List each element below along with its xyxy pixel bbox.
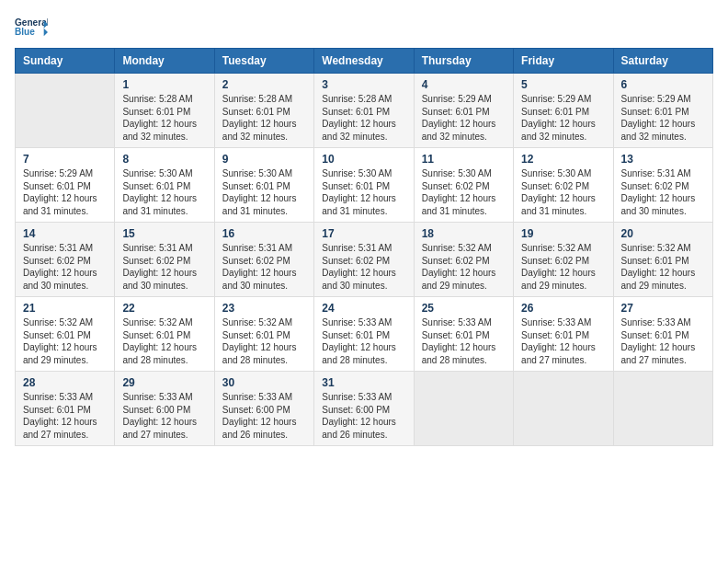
calendar-cell (414, 372, 513, 446)
day-info: Sunrise: 5:32 AMSunset: 6:01 PMDaylight:… (621, 242, 705, 292)
day-number: 15 (122, 227, 206, 240)
day-info: Sunrise: 5:31 AMSunset: 6:02 PMDaylight:… (122, 242, 206, 292)
day-number: 1 (122, 78, 206, 91)
day-number: 7 (23, 153, 107, 166)
day-number: 11 (422, 153, 506, 166)
day-number: 16 (222, 227, 306, 240)
calendar-cell: 26Sunrise: 5:33 AMSunset: 6:01 PMDayligh… (514, 297, 613, 372)
day-info: Sunrise: 5:32 AMSunset: 6:01 PMDaylight:… (122, 316, 206, 366)
week-row: 28Sunrise: 5:33 AMSunset: 6:01 PMDayligh… (16, 372, 713, 446)
calendar-cell: 2Sunrise: 5:28 AMSunset: 6:01 PMDaylight… (214, 74, 313, 148)
day-number: 22 (122, 302, 206, 315)
calendar-cell: 17Sunrise: 5:31 AMSunset: 6:02 PMDayligh… (314, 223, 414, 297)
calendar-cell: 15Sunrise: 5:31 AMSunset: 6:02 PMDayligh… (115, 223, 214, 297)
weekday-header-row: SundayMondayTuesdayWednesdayThursdayFrid… (16, 49, 713, 74)
day-number: 27 (621, 302, 705, 315)
day-info: Sunrise: 5:28 AMSunset: 6:01 PMDaylight:… (322, 93, 405, 143)
day-info: Sunrise: 5:30 AMSunset: 6:01 PMDaylight:… (222, 167, 306, 217)
header: General Blue (15, 15, 713, 40)
calendar-cell: 7Sunrise: 5:29 AMSunset: 6:01 PMDaylight… (16, 148, 115, 223)
day-number: 10 (322, 153, 405, 166)
logo: General Blue (15, 15, 48, 40)
day-number: 23 (222, 302, 306, 315)
day-info: Sunrise: 5:30 AMSunset: 6:02 PMDaylight:… (422, 167, 506, 217)
day-number: 20 (621, 227, 705, 240)
day-info: Sunrise: 5:31 AMSunset: 6:02 PMDaylight:… (322, 242, 405, 292)
day-info: Sunrise: 5:31 AMSunset: 6:02 PMDaylight:… (23, 242, 107, 292)
day-number: 26 (521, 302, 605, 315)
calendar-cell: 23Sunrise: 5:32 AMSunset: 6:01 PMDayligh… (214, 297, 313, 372)
day-info: Sunrise: 5:32 AMSunset: 6:01 PMDaylight:… (222, 316, 306, 366)
week-row: 1Sunrise: 5:28 AMSunset: 6:01 PMDaylight… (16, 74, 713, 148)
weekday-header-wednesday: Wednesday (314, 49, 414, 74)
svg-text:General: General (15, 17, 48, 28)
calendar-cell: 11Sunrise: 5:30 AMSunset: 6:02 PMDayligh… (414, 148, 513, 223)
day-number: 6 (621, 78, 705, 91)
day-number: 17 (322, 227, 405, 240)
day-info: Sunrise: 5:29 AMSunset: 6:01 PMDaylight:… (521, 93, 605, 143)
weekday-header-monday: Monday (115, 49, 214, 74)
day-info: Sunrise: 5:33 AMSunset: 6:01 PMDaylight:… (322, 316, 405, 366)
day-number: 24 (322, 302, 405, 315)
day-info: Sunrise: 5:31 AMSunset: 6:02 PMDaylight:… (621, 167, 705, 217)
day-number: 3 (322, 78, 405, 91)
day-info: Sunrise: 5:29 AMSunset: 6:01 PMDaylight:… (422, 93, 506, 143)
day-info: Sunrise: 5:29 AMSunset: 6:01 PMDaylight:… (23, 167, 107, 217)
day-info: Sunrise: 5:33 AMSunset: 6:01 PMDaylight:… (23, 391, 107, 441)
calendar-cell: 25Sunrise: 5:33 AMSunset: 6:01 PMDayligh… (414, 297, 513, 372)
week-row: 21Sunrise: 5:32 AMSunset: 6:01 PMDayligh… (16, 297, 713, 372)
day-info: Sunrise: 5:31 AMSunset: 6:02 PMDaylight:… (222, 242, 306, 292)
day-number: 9 (222, 153, 306, 166)
calendar-cell: 3Sunrise: 5:28 AMSunset: 6:01 PMDaylight… (314, 74, 414, 148)
day-info: Sunrise: 5:32 AMSunset: 6:01 PMDaylight:… (23, 316, 107, 366)
calendar-cell: 8Sunrise: 5:30 AMSunset: 6:01 PMDaylight… (115, 148, 214, 223)
day-info: Sunrise: 5:32 AMSunset: 6:02 PMDaylight:… (422, 242, 506, 292)
calendar-cell: 30Sunrise: 5:33 AMSunset: 6:00 PMDayligh… (214, 372, 313, 446)
calendar-cell: 13Sunrise: 5:31 AMSunset: 6:02 PMDayligh… (613, 148, 712, 223)
calendar-cell: 6Sunrise: 5:29 AMSunset: 6:01 PMDaylight… (613, 74, 712, 148)
calendar-cell (514, 372, 613, 446)
calendar-cell: 27Sunrise: 5:33 AMSunset: 6:01 PMDayligh… (613, 297, 712, 372)
calendar-cell: 28Sunrise: 5:33 AMSunset: 6:01 PMDayligh… (16, 372, 115, 446)
svg-text:Blue: Blue (15, 27, 35, 37)
weekday-header-thursday: Thursday (414, 49, 513, 74)
day-number: 21 (23, 302, 107, 315)
day-number: 28 (23, 376, 107, 389)
week-row: 14Sunrise: 5:31 AMSunset: 6:02 PMDayligh… (16, 223, 713, 297)
day-number: 8 (122, 153, 206, 166)
week-row: 7Sunrise: 5:29 AMSunset: 6:01 PMDaylight… (16, 148, 713, 223)
weekday-header-friday: Friday (514, 49, 613, 74)
calendar-table: SundayMondayTuesdayWednesdayThursdayFrid… (15, 48, 713, 446)
day-number: 30 (222, 376, 306, 389)
day-number: 25 (422, 302, 506, 315)
day-info: Sunrise: 5:28 AMSunset: 6:01 PMDaylight:… (222, 93, 306, 143)
calendar-cell: 19Sunrise: 5:32 AMSunset: 6:02 PMDayligh… (514, 223, 613, 297)
day-number: 13 (621, 153, 705, 166)
day-number: 12 (521, 153, 605, 166)
day-number: 2 (222, 78, 306, 91)
calendar-cell (613, 372, 712, 446)
weekday-header-saturday: Saturday (613, 49, 712, 74)
calendar-cell: 22Sunrise: 5:32 AMSunset: 6:01 PMDayligh… (115, 297, 214, 372)
day-info: Sunrise: 5:30 AMSunset: 6:01 PMDaylight:… (322, 167, 405, 217)
day-info: Sunrise: 5:33 AMSunset: 6:01 PMDaylight:… (521, 316, 605, 366)
day-number: 19 (521, 227, 605, 240)
day-number: 29 (122, 376, 206, 389)
calendar-cell: 14Sunrise: 5:31 AMSunset: 6:02 PMDayligh… (16, 223, 115, 297)
day-info: Sunrise: 5:28 AMSunset: 6:01 PMDaylight:… (122, 93, 206, 143)
day-info: Sunrise: 5:33 AMSunset: 6:00 PMDaylight:… (322, 391, 405, 441)
day-number: 14 (23, 227, 107, 240)
calendar-cell: 10Sunrise: 5:30 AMSunset: 6:01 PMDayligh… (314, 148, 414, 223)
day-number: 18 (422, 227, 506, 240)
day-info: Sunrise: 5:29 AMSunset: 6:01 PMDaylight:… (621, 93, 705, 143)
calendar-cell: 1Sunrise: 5:28 AMSunset: 6:01 PMDaylight… (115, 74, 214, 148)
day-number: 5 (521, 78, 605, 91)
calendar-cell: 20Sunrise: 5:32 AMSunset: 6:01 PMDayligh… (613, 223, 712, 297)
calendar-cell: 24Sunrise: 5:33 AMSunset: 6:01 PMDayligh… (314, 297, 414, 372)
day-info: Sunrise: 5:33 AMSunset: 6:00 PMDaylight:… (222, 391, 306, 441)
calendar-cell: 12Sunrise: 5:30 AMSunset: 6:02 PMDayligh… (514, 148, 613, 223)
day-info: Sunrise: 5:33 AMSunset: 6:01 PMDaylight:… (621, 316, 705, 366)
calendar-cell: 21Sunrise: 5:32 AMSunset: 6:01 PMDayligh… (16, 297, 115, 372)
day-info: Sunrise: 5:30 AMSunset: 6:01 PMDaylight:… (122, 167, 206, 217)
day-number: 4 (422, 78, 506, 91)
